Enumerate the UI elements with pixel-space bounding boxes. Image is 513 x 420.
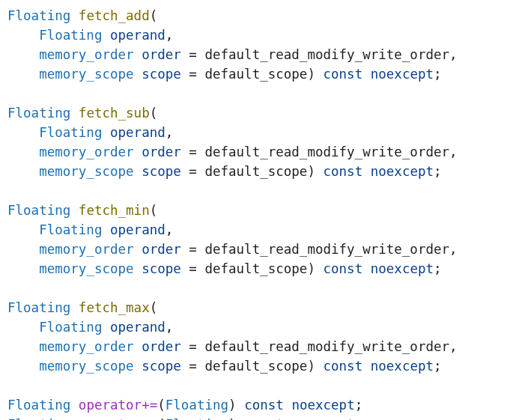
param-name: order bbox=[142, 47, 181, 62]
param-type: memory_order bbox=[39, 339, 133, 354]
decl-operator-plus-eq: Floating operator+=(Floating) const noex… bbox=[7, 398, 362, 413]
return-type: Floating bbox=[7, 106, 70, 121]
return-type: Floating bbox=[7, 300, 70, 315]
param-type: Floating bbox=[39, 320, 102, 335]
param-default: default_scope bbox=[204, 67, 307, 82]
param-name: operand bbox=[110, 222, 166, 237]
decl-fetch-min: Floating fetch_min( Floating operand, me… bbox=[7, 203, 458, 276]
return-type: Floating bbox=[7, 417, 70, 420]
code-listing: Floating fetch_add( Floating operand, me… bbox=[0, 0, 513, 420]
return-type: Floating bbox=[7, 8, 70, 23]
return-type: Floating bbox=[7, 398, 70, 413]
param-name: order bbox=[142, 339, 181, 354]
operator-symbol: -= bbox=[142, 417, 157, 420]
param-type: memory_scope bbox=[39, 359, 133, 374]
param-default: default_scope bbox=[204, 261, 307, 276]
param-type: memory_scope bbox=[39, 164, 133, 179]
decl-fetch-sub: Floating fetch_sub( Floating operand, me… bbox=[7, 106, 458, 179]
param-type: Floating bbox=[166, 417, 228, 420]
operator-keyword: operator bbox=[79, 398, 142, 413]
param-name: order bbox=[142, 144, 181, 159]
param-type: Floating bbox=[39, 28, 102, 43]
param-name: operand bbox=[110, 320, 166, 335]
qualifier: noexcept bbox=[291, 417, 354, 420]
qualifier: const bbox=[244, 417, 284, 420]
qualifier: noexcept bbox=[371, 359, 434, 374]
param-type: Floating bbox=[166, 398, 228, 413]
param-default: default_read_modify_write_order bbox=[204, 339, 449, 354]
qualifier: noexcept bbox=[371, 261, 434, 276]
param-default: default_read_modify_write_order bbox=[204, 242, 449, 257]
decl-fetch-max: Floating fetch_max( Floating operand, me… bbox=[7, 300, 458, 374]
param-default: default_read_modify_write_order bbox=[204, 144, 449, 159]
param-type: memory_scope bbox=[39, 261, 133, 276]
qualifier: const bbox=[244, 398, 284, 413]
function-name: fetch_add bbox=[79, 8, 150, 23]
return-type: Floating bbox=[7, 203, 70, 218]
param-name: scope bbox=[142, 359, 181, 374]
param-default: default_scope bbox=[204, 359, 307, 374]
qualifier: noexcept bbox=[371, 164, 434, 179]
param-default: default_read_modify_write_order bbox=[204, 47, 449, 62]
operator-keyword: operator bbox=[79, 417, 142, 420]
qualifier: noexcept bbox=[291, 398, 354, 413]
param-default: default_scope bbox=[204, 164, 307, 179]
param-type: memory_order bbox=[39, 144, 133, 159]
function-name: fetch_min bbox=[79, 203, 150, 218]
operator-symbol: += bbox=[142, 398, 157, 413]
qualifier: const bbox=[324, 164, 363, 179]
param-type: Floating bbox=[39, 125, 102, 140]
param-type: memory_order bbox=[39, 242, 133, 257]
param-name: operand bbox=[110, 28, 166, 43]
param-name: scope bbox=[142, 164, 181, 179]
qualifier: noexcept bbox=[371, 67, 434, 82]
decl-fetch-add: Floating fetch_add( Floating operand, me… bbox=[7, 8, 458, 82]
param-type: Floating bbox=[39, 222, 102, 237]
qualifier: const bbox=[324, 359, 363, 374]
function-name: fetch_sub bbox=[79, 106, 150, 121]
qualifier: const bbox=[324, 261, 363, 276]
decl-operator-minus-eq: Floating operator-=(Floating) const noex… bbox=[7, 417, 362, 420]
param-name: operand bbox=[110, 125, 166, 140]
param-name: scope bbox=[142, 67, 181, 82]
param-type: memory_scope bbox=[39, 67, 133, 82]
param-name: scope bbox=[142, 261, 181, 276]
function-name: fetch_max bbox=[79, 300, 150, 315]
param-name: order bbox=[142, 242, 181, 257]
param-type: memory_order bbox=[39, 47, 133, 62]
qualifier: const bbox=[324, 67, 363, 82]
